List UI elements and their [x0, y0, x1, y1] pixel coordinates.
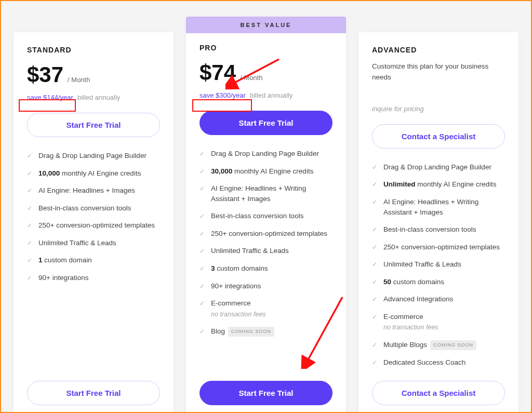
- price-period: / Month: [240, 74, 262, 82]
- check-icon: ✓: [200, 327, 205, 336]
- feature-item: ✓Best-in-class conversion tools: [372, 224, 505, 235]
- check-icon: ✓: [372, 163, 377, 172]
- start-trial-button[interactable]: Start Free Trial: [200, 111, 332, 135]
- feature-text: Dedicated Success Coach: [383, 357, 466, 368]
- feature-text: Unlimited monthly AI Engine credits: [383, 179, 497, 190]
- feature-item: ✓30,000 monthly AI Engine credits: [200, 166, 332, 177]
- price-amount: $74: [200, 60, 236, 85]
- feature-list: ✓Drag & Drop Landing Page Builder✓10,000…: [27, 151, 160, 375]
- billing-note: billed annually: [77, 94, 120, 101]
- plan-name: PRO: [200, 44, 332, 52]
- feature-item: ✓Multiple BlogsCOMING SOON: [372, 340, 505, 350]
- feature-text: Unlimited Traffic & Leads: [383, 259, 461, 270]
- feature-item: ✓AI Engine: Headlines + Writing Assistan…: [200, 183, 332, 204]
- check-icon: ✓: [27, 204, 32, 213]
- feature-text: 250+ conversion-optimized templates: [38, 220, 155, 231]
- feature-subnote: no transaction fees: [383, 323, 438, 332]
- check-icon: ✓: [200, 282, 205, 291]
- check-icon: ✓: [27, 256, 32, 265]
- feature-item: ✓AI Engine: Headlines + Images: [27, 185, 160, 196]
- feature-text: Best-in-class conversion tools: [211, 211, 304, 221]
- check-icon: ✓: [372, 260, 377, 269]
- pricing-cards: STANDARD $37 / Month save $144/year bill…: [1, 1, 531, 413]
- feature-item: ✓Dedicated Success Coach: [372, 357, 505, 368]
- price-row: $74 / Month: [200, 60, 332, 85]
- contact-specialist-button[interactable]: Contact a Specialist: [372, 124, 505, 149]
- feature-item: ✓Advanced Integrations: [372, 294, 505, 304]
- feature-item: ✓50 custom domains: [372, 277, 505, 287]
- feature-text: Multiple BlogsCOMING SOON: [383, 340, 476, 350]
- feature-text: Unlimited Traffic & Leads: [38, 238, 116, 248]
- coming-soon-badge: COMING SOON: [228, 327, 274, 337]
- save-row: save $300/year billed annually: [200, 91, 332, 99]
- plan-card-standard: STANDARD $37 / Month save $144/year bill…: [14, 32, 174, 413]
- feature-item: ✓90+ integrations: [200, 281, 332, 291]
- price-row: $37 / Month: [27, 62, 160, 87]
- check-icon: ✓: [27, 274, 32, 283]
- inquire-pricing: inquire for pricing: [372, 105, 505, 113]
- feature-item: ✓AI Engine: Headlines + Writing Assistan…: [372, 197, 505, 217]
- check-icon: ✓: [372, 198, 377, 207]
- plan-name: STANDARD: [27, 46, 160, 54]
- feature-item: ✓Best-in-class conversion tools: [200, 211, 332, 221]
- plan-description: Customize this plan for your business ne…: [372, 61, 505, 83]
- feature-item: ✓Unlimited Traffic & Leads: [27, 238, 160, 248]
- start-trial-button-bottom[interactable]: Start Free Trial: [200, 381, 332, 405]
- feature-text: 250+ conversion-optimized templates: [383, 242, 500, 252]
- feature-item: ✓Best-in-class conversion tools: [27, 203, 160, 214]
- check-icon: ✓: [372, 358, 377, 367]
- price-amount: $37: [27, 62, 63, 87]
- feature-item: ✓Drag & Drop Landing Page Builder: [372, 162, 505, 172]
- check-icon: ✓: [200, 230, 205, 238]
- check-icon: ✓: [200, 167, 205, 176]
- feature-text: Drag & Drop Landing Page Builder: [38, 151, 147, 161]
- check-icon: ✓: [200, 264, 205, 273]
- feature-text: 30,000 monthly AI Engine credits: [211, 166, 313, 177]
- feature-item: ✓Drag & Drop Landing Page Builder: [27, 151, 160, 161]
- feature-item: ✓10,000 monthly AI Engine credits: [27, 168, 160, 179]
- billing-note: billed annually: [250, 91, 292, 99]
- check-icon: ✓: [372, 278, 377, 287]
- feature-text: 1 custom domain: [38, 255, 92, 265]
- check-icon: ✓: [372, 313, 377, 322]
- feature-text: 50 custom domains: [383, 277, 444, 287]
- check-icon: ✓: [27, 186, 32, 195]
- check-icon: ✓: [200, 299, 205, 308]
- feature-item: ✓90+ integrations: [27, 273, 160, 283]
- check-icon: ✓: [27, 239, 32, 248]
- feature-item: ✓1 custom domain: [27, 255, 160, 265]
- check-icon: ✓: [372, 180, 377, 189]
- feature-text: 90+ integrations: [211, 281, 261, 291]
- feature-text: AI Engine: Headlines + Writing Assistant…: [383, 197, 505, 217]
- check-icon: ✓: [200, 150, 205, 158]
- start-trial-button[interactable]: Start Free Trial: [27, 113, 160, 137]
- feature-item: ✓Unlimited Traffic & Leads: [200, 246, 332, 256]
- feature-text: AI Engine: Headlines + Writing Assistant…: [211, 183, 332, 204]
- plan-card-advanced: ADVANCED Customize this plan for your bu…: [358, 32, 518, 413]
- check-icon: ✓: [27, 221, 32, 230]
- start-trial-button-bottom[interactable]: Start Free Trial: [27, 381, 160, 405]
- feature-text: BlogCOMING SOON: [211, 326, 274, 337]
- contact-specialist-button-bottom[interactable]: Contact a Specialist: [372, 381, 505, 405]
- feature-text: Unlimited Traffic & Leads: [211, 246, 289, 256]
- check-icon: ✓: [372, 295, 377, 304]
- feature-item: ✓250+ conversion-optimized templates: [372, 242, 505, 252]
- feature-text: Drag & Drop Landing Page Builder: [383, 162, 491, 172]
- feature-item: ✓Drag & Drop Landing Page Builder: [200, 149, 332, 159]
- feature-list: ✓Drag & Drop Landing Page Builder✓30,000…: [200, 149, 332, 375]
- feature-text: Best-in-class conversion tools: [38, 203, 131, 214]
- save-amount: save $144/year: [27, 94, 73, 101]
- coming-soon-badge: COMING SOON: [430, 340, 476, 350]
- feature-list: ✓Drag & Drop Landing Page Builder✓Unlimi…: [372, 162, 505, 375]
- check-icon: ✓: [372, 341, 377, 350]
- feature-text: AI Engine: Headlines + Images: [38, 185, 135, 196]
- check-icon: ✓: [372, 243, 377, 252]
- feature-text: Drag & Drop Landing Page Builder: [211, 149, 319, 159]
- feature-text: 10,000 monthly AI Engine credits: [38, 168, 141, 179]
- price-period: / Month: [68, 76, 90, 84]
- feature-text: Best-in-class conversion tools: [383, 224, 476, 235]
- feature-item: ✓E-commerceno transaction fees: [372, 312, 505, 332]
- plan-card-pro: BEST VALUE PRO $74 / Month save $300/yea…: [186, 17, 346, 413]
- check-icon: ✓: [200, 212, 205, 221]
- check-icon: ✓: [200, 184, 205, 193]
